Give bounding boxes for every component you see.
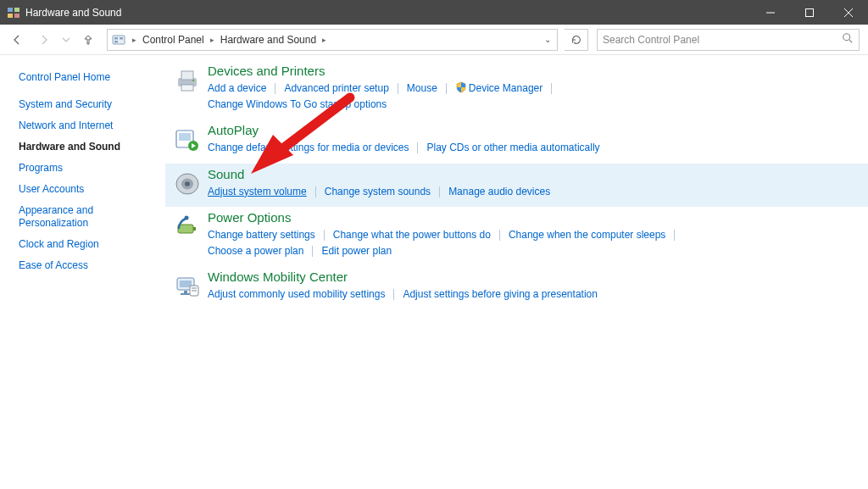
category-tasks: Adjust system volumeChange system sounds… <box>208 184 860 200</box>
task-link[interactable]: Change what the power buttons do <box>333 227 491 243</box>
task-link[interactable]: Edit power plan <box>321 243 392 259</box>
category-title[interactable]: AutoPlay <box>208 123 860 137</box>
category-tasks: Change default settings for media or dev… <box>208 140 860 156</box>
breadcrumb-current[interactable]: Hardware and Sound <box>217 30 320 50</box>
category-row: AutoPlayChange default settings for medi… <box>165 119 868 163</box>
task-separator <box>446 83 447 94</box>
task-link[interactable]: Change battery settings <box>208 227 315 243</box>
svg-rect-26 <box>193 227 196 231</box>
task-link[interactable]: Change when the computer sleeps <box>509 227 665 243</box>
svg-rect-15 <box>181 71 193 80</box>
svg-rect-16 <box>181 85 193 91</box>
svg-rect-11 <box>114 41 118 43</box>
back-button[interactable] <box>5 28 29 52</box>
search-box[interactable] <box>597 29 860 51</box>
svg-point-12 <box>843 34 850 41</box>
svg-point-17 <box>192 80 194 81</box>
svg-rect-3 <box>14 14 19 18</box>
breadcrumb-chevron[interactable]: ▸ <box>130 30 139 50</box>
task-separator <box>674 230 675 241</box>
sidebar-item[interactable]: Programs <box>19 158 157 179</box>
svg-rect-10 <box>120 37 123 40</box>
task-link[interactable]: Change system sounds <box>325 184 431 200</box>
category-title[interactable]: Windows Mobility Center <box>208 270 860 284</box>
category-tasks: Change battery settingsChange what the p… <box>208 227 860 259</box>
minimize-button[interactable] <box>751 0 790 25</box>
category-row: Power OptionsChange battery settingsChan… <box>165 207 868 266</box>
svg-rect-34 <box>192 290 197 292</box>
recent-locations-button[interactable] <box>59 28 73 52</box>
svg-point-27 <box>185 215 189 219</box>
mobility-icon <box>172 271 203 302</box>
task-link[interactable]: Advanced printer setup <box>284 81 388 97</box>
task-link[interactable]: Adjust settings before giving a presenta… <box>403 286 597 303</box>
svg-rect-2 <box>8 14 13 18</box>
task-link[interactable]: Change Windows To Go startup options <box>208 97 387 113</box>
navbar: ▸ Control Panel ▸ Hardware and Sound ▸ ⌄ <box>0 25 868 55</box>
category-row: SoundAdjust system volumeChange system s… <box>165 164 868 207</box>
task-separator <box>417 142 418 153</box>
address-dropdown-icon[interactable]: ⌄ <box>540 35 555 44</box>
maximize-button[interactable] <box>790 0 829 25</box>
breadcrumb-chevron[interactable]: ▸ <box>320 30 329 50</box>
svg-rect-0 <box>8 8 13 12</box>
svg-rect-9 <box>114 37 118 40</box>
svg-rect-25 <box>178 225 193 233</box>
task-separator <box>315 186 316 197</box>
content-body: Control Panel Home System and SecurityNe… <box>0 55 868 489</box>
sidebar-item[interactable]: Clock and Region <box>19 234 157 255</box>
search-icon <box>842 32 854 47</box>
task-separator <box>499 230 500 241</box>
sidebar-item[interactable]: Ease of Access <box>19 255 157 276</box>
task-link[interactable]: Adjust system volume <box>208 184 307 200</box>
sidebar-item[interactable]: Hardware and Sound <box>19 136 157 158</box>
task-link[interactable]: Device Manager <box>455 81 542 97</box>
task-link[interactable]: Mouse <box>407 81 437 97</box>
task-link[interactable]: Add a device <box>208 81 266 97</box>
search-input[interactable] <box>603 34 842 46</box>
svg-rect-33 <box>192 287 197 289</box>
forward-button[interactable] <box>32 28 56 52</box>
category-title[interactable]: Devices and Printers <box>208 64 860 78</box>
task-separator <box>439 186 440 197</box>
sidebar: Control Panel Home System and SecurityNe… <box>0 55 165 489</box>
speaker-icon <box>172 169 203 199</box>
power-icon <box>172 212 203 242</box>
main-panel: Devices and PrintersAdd a deviceAdvanced… <box>165 55 868 489</box>
category-row: Devices and PrintersAdd a deviceAdvanced… <box>165 60 868 119</box>
up-button[interactable] <box>76 28 100 52</box>
control-panel-icon <box>7 6 20 19</box>
category-tasks: Adjust commonly used mobility settingsAd… <box>208 286 860 303</box>
category-title[interactable]: Power Options <box>208 210 860 225</box>
task-separator <box>393 289 394 300</box>
task-link[interactable]: Manage audio devices <box>448 184 550 200</box>
svg-point-24 <box>185 181 190 186</box>
control-panel-address-icon <box>111 32 126 47</box>
svg-rect-1 <box>14 8 19 12</box>
svg-rect-31 <box>181 293 191 295</box>
sidebar-item[interactable]: Network and Internet <box>19 115 157 136</box>
category-tasks: Add a deviceAdvanced printer setupMouseD… <box>208 81 860 113</box>
breadcrumb-chevron[interactable]: ▸ <box>208 30 217 50</box>
refresh-button[interactable] <box>565 29 588 51</box>
sidebar-item[interactable]: System and Security <box>19 94 157 115</box>
titlebar: Hardware and Sound <box>0 0 868 25</box>
task-separator <box>398 83 398 94</box>
breadcrumb-root[interactable]: Control Panel <box>139 30 208 50</box>
svg-rect-19 <box>179 133 191 141</box>
svg-rect-5 <box>806 8 814 16</box>
task-link[interactable]: Play CDs or other media automatically <box>426 140 599 156</box>
address-bar[interactable]: ▸ Control Panel ▸ Hardware and Sound ▸ ⌄ <box>107 29 558 51</box>
task-separator <box>275 83 275 94</box>
close-button[interactable] <box>829 0 868 25</box>
category-row: Windows Mobility CenterAdjust commonly u… <box>165 266 868 309</box>
task-link[interactable]: Adjust commonly used mobility settings <box>208 286 385 303</box>
sidebar-item[interactable]: User Accounts <box>19 179 157 200</box>
sidebar-item[interactable]: Appearance and Personalization <box>19 200 157 234</box>
task-separator <box>551 83 552 94</box>
category-title[interactable]: Sound <box>208 167 860 181</box>
task-link[interactable]: Choose a power plan <box>208 243 303 259</box>
sidebar-home[interactable]: Control Panel Home <box>19 67 157 88</box>
task-link[interactable]: Change default settings for media or dev… <box>208 140 409 156</box>
autoplay-icon <box>172 125 203 155</box>
